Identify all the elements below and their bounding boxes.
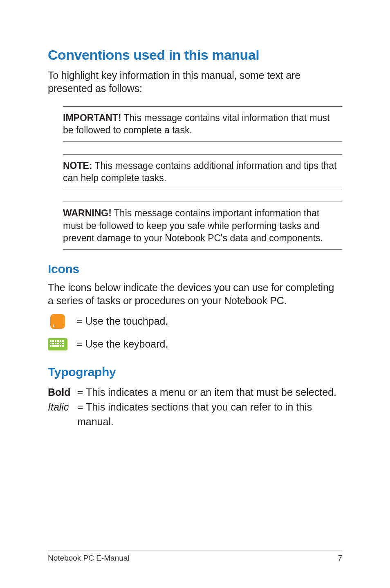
keyboard-icon	[48, 336, 67, 353]
svg-rect-8	[62, 340, 64, 342]
page: Conventions used in this manual To highl…	[0, 0, 390, 588]
icon-label: = Use the keyboard.	[76, 338, 168, 350]
svg-rect-15	[50, 345, 52, 347]
callout-note: NOTE: This message contains additional i…	[63, 154, 342, 190]
callout-important: IMPORTANT! This message contains vital i…	[63, 106, 342, 142]
svg-rect-5	[55, 340, 56, 342]
svg-rect-14	[62, 343, 64, 344]
typography-label-italic: Italic	[48, 399, 74, 429]
svg-rect-6	[57, 340, 59, 342]
typography-text: = This indicates a menu or an item that …	[77, 385, 336, 399]
icon-row-touchpad: = Use the touchpad.	[48, 313, 342, 330]
svg-rect-7	[60, 340, 61, 342]
svg-rect-3	[50, 340, 52, 342]
svg-rect-13	[60, 343, 61, 344]
callout-label: WARNING!	[63, 208, 112, 218]
typography-label-bold: Bold	[48, 385, 74, 399]
heading-conventions: Conventions used in this manual	[48, 47, 342, 63]
svg-rect-4	[52, 340, 54, 342]
typography-row-italic: Italic = This indicates sections that yo…	[48, 399, 342, 429]
svg-rect-12	[57, 343, 59, 344]
footer: Notebook PC E-Manual 7	[48, 550, 342, 563]
touchpad-icon	[48, 313, 67, 330]
svg-rect-9	[50, 343, 52, 344]
callout-label: NOTE:	[63, 160, 92, 171]
svg-rect-1	[54, 324, 54, 327]
typography-row-bold: Bold = This indicates a menu or an item …	[48, 385, 342, 399]
callout-warning: WARNING! This message contains important…	[63, 202, 342, 249]
icon-row-keyboard: = Use the keyboard.	[48, 336, 342, 353]
heading-typography: Typography	[48, 365, 342, 379]
paragraph-icons: The icons below indicate the devices you…	[48, 281, 342, 307]
icon-label: = Use the touchpad.	[76, 315, 168, 327]
typography-text: = This indicates sections that you can r…	[77, 399, 342, 429]
svg-rect-0	[50, 314, 65, 328]
svg-rect-16	[52, 345, 59, 347]
callout-text: This message contains additional informa…	[63, 160, 336, 183]
page-number: 7	[338, 554, 342, 563]
footer-title: Notebook PC E-Manual	[48, 554, 130, 563]
callout-group: IMPORTANT! This message contains vital i…	[48, 95, 342, 250]
paragraph-conventions: To highlight key information in this man…	[48, 69, 342, 95]
heading-icons: Icons	[48, 262, 342, 276]
svg-rect-17	[60, 345, 61, 347]
callout-label: IMPORTANT!	[63, 112, 121, 123]
svg-rect-11	[55, 343, 56, 344]
svg-rect-18	[62, 345, 64, 347]
svg-rect-10	[52, 343, 54, 344]
typography-table: Bold = This indicates a menu or an item …	[48, 385, 342, 429]
